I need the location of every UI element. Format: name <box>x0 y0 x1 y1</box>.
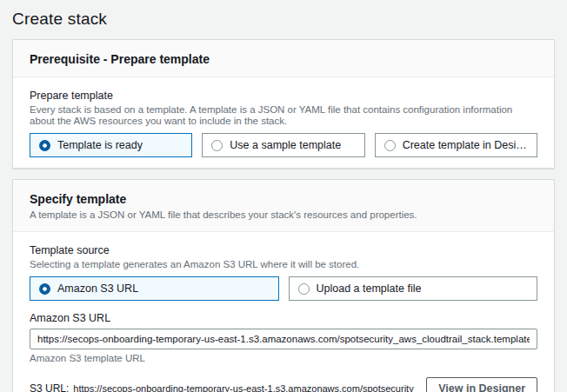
specify-template-card-header: Specify template A template is a JSON or… <box>13 180 554 232</box>
option-label: Amazon S3 URL <box>57 282 138 295</box>
specify-template-card-body: Template source Selecting a template gen… <box>13 232 554 392</box>
radio-selected-icon <box>39 283 50 295</box>
template-source-label: Template source <box>30 244 537 257</box>
radio-unselected-icon <box>384 140 396 151</box>
s3-url-row-label: S3 URL: <box>30 382 69 392</box>
prerequisite-card: Prerequisite - Prepare template Prepare … <box>12 39 555 169</box>
option-create-template-in-designer[interactable]: Create template in Designer <box>375 133 537 157</box>
option-label: Template is ready <box>57 139 143 151</box>
radio-selected-icon <box>39 140 50 151</box>
specify-template-title: Specify template <box>30 192 537 206</box>
prerequisite-section-title: Prerequisite - Prepare template <box>30 52 537 66</box>
option-label: Create template in Designer <box>403 139 528 151</box>
specify-template-card: Specify template A template is a JSON or… <box>12 179 555 392</box>
option-amazon-s3-url[interactable]: Amazon S3 URL <box>30 276 279 301</box>
prepare-template-options: Template is ready Use a sample template … <box>30 133 537 157</box>
prepare-template-description: Every stack is based on a template. A te… <box>30 104 537 127</box>
specify-template-description: A template is a JSON or YAML file that d… <box>30 209 537 221</box>
page-title: Create stack <box>12 0 555 39</box>
s3-url-summary-row: S3 URL: https://secops-onboarding-tempor… <box>30 377 537 392</box>
radio-unselected-icon <box>211 140 223 151</box>
create-stack-page: Create stack Prerequisite - Prepare temp… <box>0 0 567 392</box>
amazon-s3-url-label: Amazon S3 URL <box>30 312 537 325</box>
prerequisite-card-body: Prepare template Every stack is based on… <box>13 77 554 168</box>
prerequisite-card-header: Prerequisite - Prepare template <box>13 40 554 77</box>
option-template-is-ready[interactable]: Template is ready <box>30 133 192 157</box>
template-source-options: Amazon S3 URL Upload a template file <box>30 276 537 301</box>
template-source-description: Selecting a template generates an Amazon… <box>30 259 537 270</box>
view-in-designer-button[interactable]: View in Designer <box>426 377 537 392</box>
option-upload-template-file[interactable]: Upload a template file <box>289 276 538 301</box>
amazon-s3-url-input[interactable] <box>30 329 537 349</box>
s3-url-value: https://secops-onboarding-temporary-us-e… <box>73 383 419 392</box>
amazon-s3-url-helper: Amazon S3 template URL <box>30 353 537 364</box>
option-use-sample-template[interactable]: Use a sample template <box>202 133 364 157</box>
prepare-template-label: Prepare template <box>30 90 537 103</box>
option-label: Use a sample template <box>230 139 341 151</box>
radio-unselected-icon <box>298 283 310 295</box>
option-label: Upload a template file <box>317 282 422 295</box>
